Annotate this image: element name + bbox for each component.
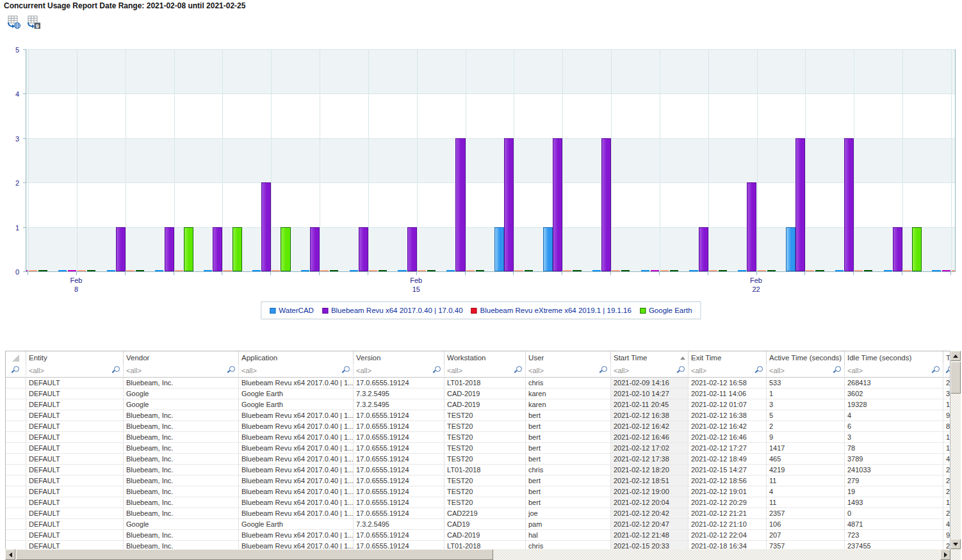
search-icon[interactable]	[755, 366, 763, 374]
chart-legend: WaterCADBluebeam Revu x64 2017.0.40 | 17…	[261, 301, 701, 319]
scroll-down-button[interactable]	[950, 539, 961, 549]
row-selector-cell[interactable]	[6, 454, 26, 465]
row-selector-cell[interactable]	[6, 432, 26, 443]
row-selector-cell[interactable]	[6, 476, 26, 486]
column-header-T[interactable]: T	[943, 351, 950, 364]
scroll-left-button[interactable]	[5, 549, 15, 560]
table-row[interactable]: DEFAULTBluebeam, Inc.Bluebeam Revu x64 2…	[6, 410, 950, 421]
filter-cell-Version[interactable]: <all>	[354, 364, 444, 376]
legend-label: WaterCAD	[279, 307, 314, 314]
column-header-Vendor[interactable]: Vendor	[124, 351, 239, 364]
bar-bluebeam-revu-x64-2017-0-40-17-0-40	[165, 227, 174, 271]
search-icon[interactable]	[677, 366, 685, 374]
filter-cell-Exit Time[interactable]: <all>	[689, 364, 767, 376]
table-row[interactable]: DEFAULTBluebeam, Inc.Bluebeam Revu x64 2…	[6, 378, 950, 388]
search-icon[interactable]	[227, 366, 236, 374]
row-selector-cell[interactable]	[6, 378, 26, 388]
filter-cell-Application[interactable]: <all>	[239, 364, 354, 376]
filter-cell-Active Time (seconds)[interactable]: <all>	[767, 364, 845, 376]
filter-value[interactable]: <all>	[241, 367, 257, 374]
column-header-label: Workstation	[447, 354, 486, 362]
column-header-Idle Time (seconds)[interactable]: Idle Time (seconds)	[845, 351, 943, 364]
table-row[interactable]: DEFAULTBluebeam, Inc.Bluebeam Revu x64 2…	[6, 443, 950, 454]
filter-value[interactable]: <all>	[614, 367, 629, 374]
row-selector-cell[interactable]	[6, 410, 26, 421]
filter-cell-selector[interactable]	[6, 364, 26, 376]
filter-value[interactable]: <all>	[447, 367, 462, 374]
vertical-gridline	[514, 49, 514, 271]
filter-value[interactable]: <all>	[769, 367, 785, 374]
column-header-Workstation[interactable]: Workstation	[444, 351, 526, 364]
filter-value[interactable]: <all>	[847, 367, 863, 374]
row-selector-cell[interactable]	[6, 530, 26, 541]
table-cell: Bluebeam, Inc.	[124, 486, 239, 497]
select-all-header-cell[interactable]	[6, 351, 26, 364]
table-row[interactable]: DEFAULTBluebeam, Inc.Bluebeam Revu x64 2…	[6, 432, 950, 443]
column-header-Application[interactable]: Application	[239, 351, 354, 364]
usage-table: EntityVendorApplicationVersionWorkstatio…	[5, 351, 950, 550]
search-icon[interactable]	[12, 366, 20, 374]
table-row[interactable]: DEFAULTBluebeam, Inc.Bluebeam Revu x64 2…	[6, 454, 950, 465]
table-row[interactable]: DEFAULTBluebeam, Inc.Bluebeam Revu x64 2…	[6, 497, 950, 508]
scroll-up-button[interactable]	[950, 351, 961, 361]
filter-value[interactable]: <all>	[356, 367, 371, 374]
search-icon[interactable]	[599, 366, 608, 374]
filter-cell-Vendor[interactable]: <all>	[124, 364, 239, 376]
export-to-web-button[interactable]	[6, 15, 22, 31]
search-icon[interactable]	[514, 366, 523, 374]
column-header-Entity[interactable]: Entity	[26, 351, 124, 364]
table-row[interactable]: DEFAULTBluebeam, Inc.Bluebeam Revu x64 2…	[6, 508, 950, 519]
search-icon[interactable]	[946, 366, 950, 374]
row-selector-cell[interactable]	[6, 388, 26, 399]
table-cell: 1417	[767, 443, 845, 454]
column-header-Active Time (seconds)[interactable]: Active Time (seconds)	[767, 351, 845, 364]
filter-value[interactable]: <all>	[528, 367, 544, 374]
row-selector-cell[interactable]	[6, 497, 26, 508]
table-row[interactable]: DEFAULTGoogleGoogle Earth7.3.2.5495CAD19…	[6, 519, 950, 530]
row-selector-cell[interactable]	[6, 519, 26, 530]
filter-value[interactable]: <all>	[126, 367, 142, 374]
search-icon[interactable]	[342, 366, 350, 374]
search-icon[interactable]	[833, 366, 842, 374]
row-selector-cell[interactable]	[6, 421, 26, 432]
table-row[interactable]: DEFAULTBluebeam, Inc.Bluebeam Revu x64 2…	[6, 465, 950, 476]
column-header-Exit Time[interactable]: Exit Time	[689, 351, 767, 364]
filter-cell-Idle Time (seconds)[interactable]: <all>	[845, 364, 943, 376]
y-axis-label: 0	[15, 268, 19, 276]
column-header-User[interactable]: User	[526, 351, 611, 364]
row-selector-cell[interactable]	[6, 443, 26, 454]
table-row[interactable]: DEFAULTGoogleGoogle Earth7.3.2.5495CAD-2…	[6, 388, 950, 399]
filter-cell-User[interactable]: <all>	[526, 364, 611, 376]
search-icon[interactable]	[433, 366, 441, 374]
row-selector-cell[interactable]	[6, 399, 26, 410]
export-to-data-button[interactable]: 9	[26, 15, 42, 31]
table-cell: 9	[767, 432, 845, 443]
vertical-scroll-thumb[interactable]	[950, 362, 961, 394]
filter-cell-Workstation[interactable]: <all>	[444, 364, 526, 376]
row-selector-cell[interactable]	[6, 465, 26, 476]
row-selector-cell[interactable]	[6, 508, 26, 519]
horizontal-scrollbar[interactable]	[5, 549, 950, 560]
scroll-right-button[interactable]	[940, 549, 950, 560]
table-row[interactable]: DEFAULTBluebeam, Inc.Bluebeam Revu x64 2…	[6, 421, 950, 432]
x-axis-label: Feb22	[737, 276, 776, 294]
table-row[interactable]: DEFAULTBluebeam, Inc.Bluebeam Revu x64 2…	[6, 476, 950, 486]
table-row[interactable]: DEFAULTGoogleGoogle Earth7.3.2.5495CAD-2…	[6, 399, 950, 410]
filter-cell-Start Time[interactable]: <all>	[611, 364, 689, 376]
column-header-Version[interactable]: Version	[354, 351, 444, 364]
filter-cell-T[interactable]	[943, 364, 950, 376]
table-row[interactable]: DEFAULTBluebeam, Inc.Bluebeam Revu x64 2…	[6, 530, 950, 541]
filter-value[interactable]: <all>	[691, 367, 706, 374]
vertical-scrollbar[interactable]	[950, 351, 961, 549]
row-selector-cell[interactable]	[6, 486, 26, 497]
filter-value[interactable]: <all>	[29, 367, 44, 374]
search-icon[interactable]	[112, 366, 120, 374]
horizontal-scroll-thumb[interactable]	[16, 549, 493, 560]
table-cell: 4	[767, 486, 845, 497]
table-cell: DEFAULT	[26, 410, 124, 421]
search-icon[interactable]	[932, 366, 940, 374]
table-row[interactable]: DEFAULTBluebeam, Inc.Bluebeam Revu x64 2…	[6, 486, 950, 497]
column-header-Start Time[interactable]: Start Time	[611, 351, 689, 364]
filter-cell-Entity[interactable]: <all>	[26, 364, 124, 376]
vertical-gridline	[126, 49, 126, 271]
